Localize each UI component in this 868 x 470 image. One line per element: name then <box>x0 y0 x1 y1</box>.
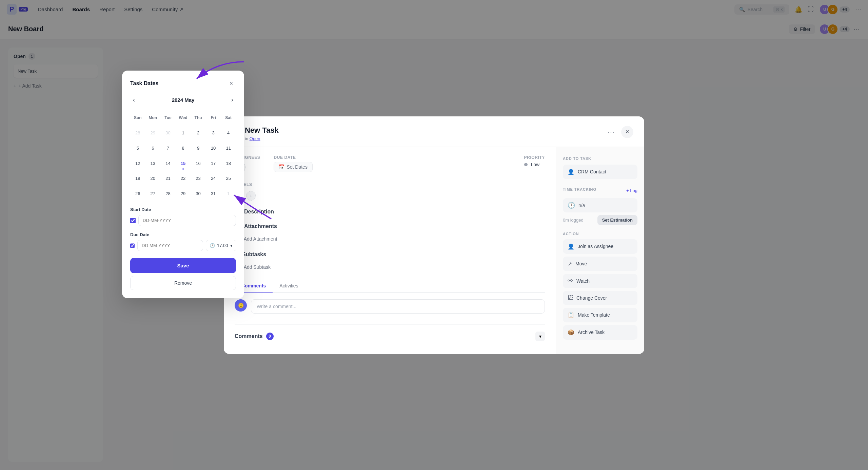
cal-day-15-today[interactable]: 15 <box>176 156 191 171</box>
clock-small-icon: 🕐 <box>210 243 215 248</box>
action-archive-task[interactable]: 📦 Archive Task <box>563 325 637 340</box>
prev-month-button[interactable]: ‹ <box>130 95 138 105</box>
crm-icon: 👤 <box>568 169 574 175</box>
comments-chevron-button[interactable]: ▾ <box>535 332 545 341</box>
comment-input-area: 🙂 Write a comment... <box>235 299 545 314</box>
start-date-checkbox[interactable] <box>130 218 136 223</box>
cal-day-1-next[interactable]: 1 <box>221 186 236 201</box>
start-date-label: Start Date <box>130 207 236 212</box>
priority-dot <box>524 163 528 166</box>
cal-day-11[interactable]: 11 <box>221 140 236 156</box>
calendar-week-4: 26 27 28 29 30 31 1 <box>130 186 236 201</box>
watch-icon: 👁 <box>568 278 573 284</box>
cal-day-26[interactable]: 26 <box>130 186 145 201</box>
cal-day-23[interactable]: 23 <box>191 171 206 186</box>
cal-day-22[interactable]: 22 <box>176 171 191 186</box>
priority-label: Priority <box>524 155 545 160</box>
next-month-button[interactable]: › <box>229 95 236 105</box>
cal-day-30[interactable]: 30 <box>191 186 206 201</box>
action-move[interactable]: ↗ Move <box>563 257 637 271</box>
due-date-checkbox[interactable] <box>130 243 135 248</box>
fields-row: Assignees 👤 Due Date 📅 Set Dates Priorit… <box>235 155 545 173</box>
due-date-input[interactable] <box>137 240 203 251</box>
log-button[interactable]: + Log <box>626 188 637 193</box>
cal-day-16[interactable]: 16 <box>191 156 206 171</box>
action-join-assignee[interactable]: 👤 Join as Assignee <box>563 239 637 254</box>
cal-day-29[interactable]: 29 <box>176 186 191 201</box>
cal-day-18[interactable]: 18 <box>221 156 236 171</box>
status-link[interactable]: Open <box>250 136 260 141</box>
cal-day-29-prev[interactable]: 29 <box>145 126 161 141</box>
modal-close-button[interactable]: × <box>621 126 633 138</box>
start-date-section: Start Date <box>130 207 236 226</box>
cal-day-13[interactable]: 13 <box>145 156 161 171</box>
task-modal: New Task in Open ⋯ × Assignees 👤 Due Dat… <box>224 116 644 354</box>
cal-day-2[interactable]: 2 <box>191 126 206 141</box>
tab-activities[interactable]: Activities <box>273 280 305 293</box>
cal-day-21[interactable]: 21 <box>160 171 176 186</box>
cal-day-3[interactable]: 3 <box>206 126 221 141</box>
set-estimation-button[interactable]: Set Estimation <box>597 215 637 225</box>
archive-task-icon: 📦 <box>568 329 574 336</box>
time-value: 17:00 <box>217 243 228 248</box>
attachments-label: Attachments <box>244 223 277 229</box>
cal-day-25[interactable]: 25 <box>221 171 236 186</box>
cal-day-27[interactable]: 27 <box>145 186 161 201</box>
watch-label: Watch <box>576 278 590 284</box>
cal-day-28[interactable]: 28 <box>160 186 176 201</box>
comment-avatar: 🙂 <box>235 299 247 312</box>
start-date-input[interactable] <box>138 215 236 226</box>
add-attachment-link[interactable]: + + Add Attachment <box>235 234 545 243</box>
modal-task-title: New Task <box>245 126 602 135</box>
subtasks-label: Subtasks <box>242 251 266 258</box>
cal-day-31[interactable]: 31 <box>206 186 221 201</box>
cal-day-7[interactable]: 7 <box>160 140 176 156</box>
description-label: Description <box>244 209 274 215</box>
cal-day-12[interactable]: 12 <box>130 156 145 171</box>
action-make-template[interactable]: 📋 Make Template <box>563 308 637 322</box>
join-assignee-icon: 👤 <box>568 243 574 250</box>
cal-day-9[interactable]: 9 <box>191 140 206 156</box>
cal-header-tue: Tue <box>160 110 176 126</box>
cal-day-1[interactable]: 1 <box>176 126 191 141</box>
add-subtask-text: + Add Subtask <box>240 264 271 270</box>
save-button[interactable]: Save <box>130 258 236 273</box>
action-change-cover[interactable]: 🖼 Change Cover <box>563 291 637 305</box>
cal-day-24[interactable]: 24 <box>206 171 221 186</box>
action-watch[interactable]: 👁 Watch <box>563 274 637 288</box>
labels-label: Labels <box>235 182 545 187</box>
crm-contact-item[interactable]: 👤 CRM Contact <box>563 165 637 179</box>
time-select[interactable]: 🕐 17:00 ▾ <box>206 240 236 251</box>
cal-day-30-prev[interactable]: 30 <box>160 126 176 141</box>
make-template-label: Make Template <box>578 312 610 318</box>
calendar-nav: ‹ 2024 May › <box>130 95 236 105</box>
cal-header-mon: Mon <box>145 110 161 126</box>
modal-body: Assignees 👤 Due Date 📅 Set Dates Priorit… <box>224 147 644 354</box>
cal-header-thu: Thu <box>191 110 206 126</box>
modal-title-area: New Task in Open <box>245 126 602 141</box>
popup-close-button[interactable]: × <box>226 79 236 88</box>
cal-day-20[interactable]: 20 <box>145 171 161 186</box>
comments-count-badge: 0 <box>266 333 274 340</box>
modal-sidebar: ADD TO TASK 👤 CRM Contact TIME TRACKING … <box>556 147 644 354</box>
modal-options-button[interactable]: ⋯ <box>605 126 617 138</box>
cal-day-14[interactable]: 14 <box>160 156 176 171</box>
cal-day-5[interactable]: 5 <box>130 140 145 156</box>
add-label-plus-btn[interactable]: + <box>246 191 256 201</box>
add-subtask-link[interactable]: + + Add Subtask <box>235 263 545 271</box>
cal-day-19[interactable]: 19 <box>130 171 145 186</box>
set-dates-button[interactable]: 📅 Set Dates <box>274 162 312 172</box>
priority-value[interactable]: Low <box>524 162 545 167</box>
cal-day-10[interactable]: 10 <box>206 140 221 156</box>
cal-day-6[interactable]: 6 <box>145 140 161 156</box>
subtasks-section: ☐ Subtasks <box>235 251 545 258</box>
cal-header-fri: Fri <box>206 110 221 126</box>
cal-day-17[interactable]: 17 <box>206 156 221 171</box>
comment-input[interactable]: Write a comment... <box>251 299 545 314</box>
cal-day-8[interactable]: 8 <box>176 140 191 156</box>
cal-day-4[interactable]: 4 <box>221 126 236 141</box>
calendar-icon: 📅 <box>279 164 284 170</box>
remove-button[interactable]: Remove <box>130 276 236 290</box>
cal-day-28-prev[interactable]: 28 <box>130 126 145 141</box>
calendar-grid: Sun Mon Tue Wed Thu Fri Sat 28 29 30 1 2… <box>130 110 236 201</box>
